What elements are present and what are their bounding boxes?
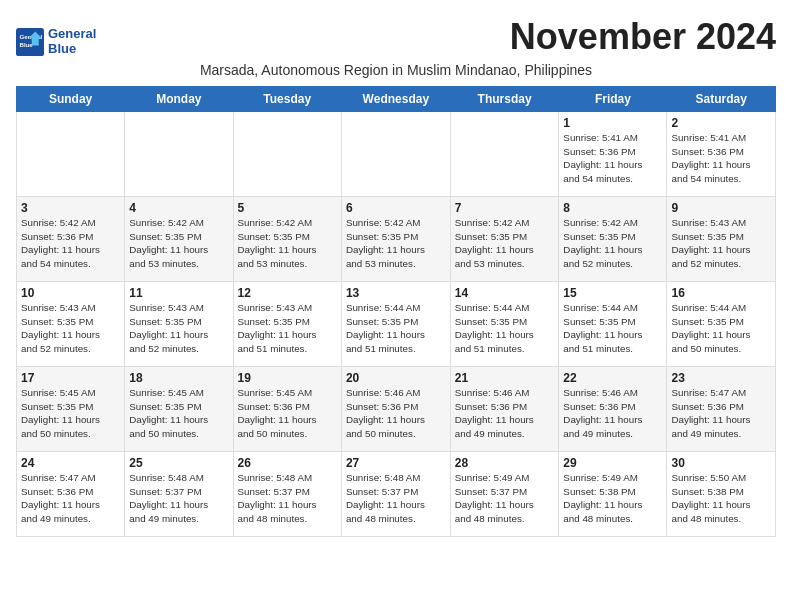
day-info: Sunrise: 5:46 AM Sunset: 5:36 PM Dayligh… — [455, 386, 555, 441]
day-cell: 10Sunrise: 5:43 AM Sunset: 5:35 PM Dayli… — [17, 282, 125, 367]
day-number: 13 — [346, 286, 446, 300]
calendar-body: 1Sunrise: 5:41 AM Sunset: 5:36 PM Daylig… — [17, 112, 776, 537]
day-info: Sunrise: 5:45 AM Sunset: 5:36 PM Dayligh… — [238, 386, 337, 441]
day-number: 19 — [238, 371, 337, 385]
week-row-4: 24Sunrise: 5:47 AM Sunset: 5:36 PM Dayli… — [17, 452, 776, 537]
day-number: 9 — [671, 201, 771, 215]
day-cell: 5Sunrise: 5:42 AM Sunset: 5:35 PM Daylig… — [233, 197, 341, 282]
header-monday: Monday — [125, 87, 233, 112]
header-saturday: Saturday — [667, 87, 776, 112]
day-info: Sunrise: 5:46 AM Sunset: 5:36 PM Dayligh… — [346, 386, 446, 441]
day-cell — [125, 112, 233, 197]
header-thursday: Thursday — [450, 87, 559, 112]
day-info: Sunrise: 5:45 AM Sunset: 5:35 PM Dayligh… — [129, 386, 228, 441]
day-number: 17 — [21, 371, 120, 385]
day-cell: 14Sunrise: 5:44 AM Sunset: 5:35 PM Dayli… — [450, 282, 559, 367]
day-number: 29 — [563, 456, 662, 470]
day-info: Sunrise: 5:47 AM Sunset: 5:36 PM Dayligh… — [21, 471, 120, 526]
day-cell: 4Sunrise: 5:42 AM Sunset: 5:35 PM Daylig… — [125, 197, 233, 282]
day-info: Sunrise: 5:44 AM Sunset: 5:35 PM Dayligh… — [671, 301, 771, 356]
day-cell — [341, 112, 450, 197]
day-number: 24 — [21, 456, 120, 470]
day-info: Sunrise: 5:45 AM Sunset: 5:35 PM Dayligh… — [21, 386, 120, 441]
day-info: Sunrise: 5:48 AM Sunset: 5:37 PM Dayligh… — [129, 471, 228, 526]
day-info: Sunrise: 5:46 AM Sunset: 5:36 PM Dayligh… — [563, 386, 662, 441]
day-info: Sunrise: 5:43 AM Sunset: 5:35 PM Dayligh… — [21, 301, 120, 356]
logo-icon: General Blue — [16, 28, 44, 56]
day-info: Sunrise: 5:41 AM Sunset: 5:36 PM Dayligh… — [671, 131, 771, 186]
day-number: 30 — [671, 456, 771, 470]
day-number: 15 — [563, 286, 662, 300]
day-cell — [17, 112, 125, 197]
day-number: 7 — [455, 201, 555, 215]
day-info: Sunrise: 5:44 AM Sunset: 5:35 PM Dayligh… — [563, 301, 662, 356]
day-number: 12 — [238, 286, 337, 300]
day-info: Sunrise: 5:42 AM Sunset: 5:35 PM Dayligh… — [563, 216, 662, 271]
day-info: Sunrise: 5:50 AM Sunset: 5:38 PM Dayligh… — [671, 471, 771, 526]
day-cell: 25Sunrise: 5:48 AM Sunset: 5:37 PM Dayli… — [125, 452, 233, 537]
header-wednesday: Wednesday — [341, 87, 450, 112]
day-cell: 18Sunrise: 5:45 AM Sunset: 5:35 PM Dayli… — [125, 367, 233, 452]
day-number: 20 — [346, 371, 446, 385]
day-number: 8 — [563, 201, 662, 215]
day-info: Sunrise: 5:42 AM Sunset: 5:35 PM Dayligh… — [129, 216, 228, 271]
day-number: 6 — [346, 201, 446, 215]
day-info: Sunrise: 5:44 AM Sunset: 5:35 PM Dayligh… — [455, 301, 555, 356]
day-cell: 15Sunrise: 5:44 AM Sunset: 5:35 PM Dayli… — [559, 282, 667, 367]
day-number: 3 — [21, 201, 120, 215]
svg-text:Blue: Blue — [20, 41, 34, 48]
calendar-header: SundayMondayTuesdayWednesdayThursdayFrid… — [17, 87, 776, 112]
day-info: Sunrise: 5:48 AM Sunset: 5:37 PM Dayligh… — [238, 471, 337, 526]
day-cell: 30Sunrise: 5:50 AM Sunset: 5:38 PM Dayli… — [667, 452, 776, 537]
day-cell: 24Sunrise: 5:47 AM Sunset: 5:36 PM Dayli… — [17, 452, 125, 537]
day-cell: 17Sunrise: 5:45 AM Sunset: 5:35 PM Dayli… — [17, 367, 125, 452]
day-info: Sunrise: 5:43 AM Sunset: 5:35 PM Dayligh… — [671, 216, 771, 271]
day-number: 2 — [671, 116, 771, 130]
day-cell: 1Sunrise: 5:41 AM Sunset: 5:36 PM Daylig… — [559, 112, 667, 197]
day-cell: 6Sunrise: 5:42 AM Sunset: 5:35 PM Daylig… — [341, 197, 450, 282]
week-row-0: 1Sunrise: 5:41 AM Sunset: 5:36 PM Daylig… — [17, 112, 776, 197]
day-info: Sunrise: 5:47 AM Sunset: 5:36 PM Dayligh… — [671, 386, 771, 441]
day-number: 28 — [455, 456, 555, 470]
logo: General Blue General Blue — [16, 27, 96, 56]
day-info: Sunrise: 5:43 AM Sunset: 5:35 PM Dayligh… — [129, 301, 228, 356]
day-info: Sunrise: 5:42 AM Sunset: 5:35 PM Dayligh… — [346, 216, 446, 271]
calendar-table: SundayMondayTuesdayWednesdayThursdayFrid… — [16, 86, 776, 537]
day-number: 21 — [455, 371, 555, 385]
week-row-1: 3Sunrise: 5:42 AM Sunset: 5:36 PM Daylig… — [17, 197, 776, 282]
day-number: 23 — [671, 371, 771, 385]
day-info: Sunrise: 5:43 AM Sunset: 5:35 PM Dayligh… — [238, 301, 337, 356]
header-tuesday: Tuesday — [233, 87, 341, 112]
day-number: 11 — [129, 286, 228, 300]
day-cell: 9Sunrise: 5:43 AM Sunset: 5:35 PM Daylig… — [667, 197, 776, 282]
day-info: Sunrise: 5:44 AM Sunset: 5:35 PM Dayligh… — [346, 301, 446, 356]
day-info: Sunrise: 5:41 AM Sunset: 5:36 PM Dayligh… — [563, 131, 662, 186]
week-row-3: 17Sunrise: 5:45 AM Sunset: 5:35 PM Dayli… — [17, 367, 776, 452]
day-number: 1 — [563, 116, 662, 130]
day-info: Sunrise: 5:49 AM Sunset: 5:37 PM Dayligh… — [455, 471, 555, 526]
day-number: 5 — [238, 201, 337, 215]
day-cell: 23Sunrise: 5:47 AM Sunset: 5:36 PM Dayli… — [667, 367, 776, 452]
day-cell: 27Sunrise: 5:48 AM Sunset: 5:37 PM Dayli… — [341, 452, 450, 537]
day-info: Sunrise: 5:42 AM Sunset: 5:36 PM Dayligh… — [21, 216, 120, 271]
day-number: 27 — [346, 456, 446, 470]
header-sunday: Sunday — [17, 87, 125, 112]
day-cell: 8Sunrise: 5:42 AM Sunset: 5:35 PM Daylig… — [559, 197, 667, 282]
day-number: 25 — [129, 456, 228, 470]
day-cell: 3Sunrise: 5:42 AM Sunset: 5:36 PM Daylig… — [17, 197, 125, 282]
header-friday: Friday — [559, 87, 667, 112]
day-cell: 19Sunrise: 5:45 AM Sunset: 5:36 PM Dayli… — [233, 367, 341, 452]
day-cell: 7Sunrise: 5:42 AM Sunset: 5:35 PM Daylig… — [450, 197, 559, 282]
day-cell: 28Sunrise: 5:49 AM Sunset: 5:37 PM Dayli… — [450, 452, 559, 537]
day-cell: 12Sunrise: 5:43 AM Sunset: 5:35 PM Dayli… — [233, 282, 341, 367]
week-row-2: 10Sunrise: 5:43 AM Sunset: 5:35 PM Dayli… — [17, 282, 776, 367]
day-number: 22 — [563, 371, 662, 385]
day-cell — [233, 112, 341, 197]
day-cell: 11Sunrise: 5:43 AM Sunset: 5:35 PM Dayli… — [125, 282, 233, 367]
day-number: 10 — [21, 286, 120, 300]
day-number: 18 — [129, 371, 228, 385]
day-cell: 2Sunrise: 5:41 AM Sunset: 5:36 PM Daylig… — [667, 112, 776, 197]
day-info: Sunrise: 5:49 AM Sunset: 5:38 PM Dayligh… — [563, 471, 662, 526]
location-title: Marsada, Autonomous Region in Muslim Min… — [16, 62, 776, 78]
month-title: November 2024 — [510, 16, 776, 58]
